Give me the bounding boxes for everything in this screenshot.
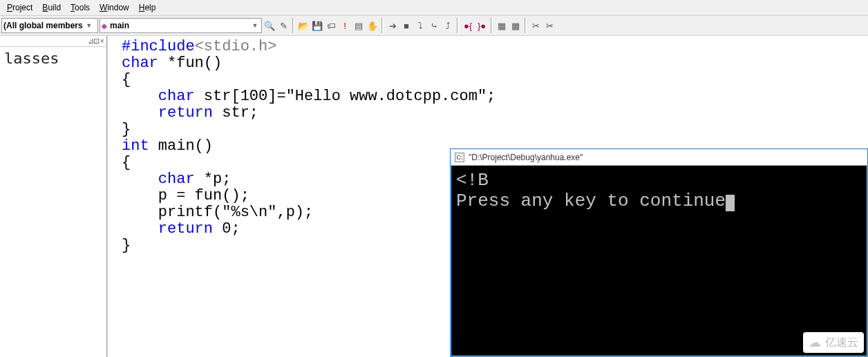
tool-icon[interactable]: ✂ (543, 19, 556, 32)
diamond-icon: ◆ (102, 22, 107, 30)
search-icon[interactable]: 🔍 (263, 19, 276, 32)
chevron-down-icon: ▼ (84, 22, 94, 29)
scope-combo-label: (All global members (3, 21, 83, 30)
toolbar: (All global members ▼ ◆ main ▼ 🔍 ✎ 📂 💾 🏷… (0, 15, 868, 36)
hand-icon[interactable]: ✋ (366, 19, 379, 32)
step-into-icon[interactable]: ⤷ (428, 19, 440, 32)
save-icon[interactable]: 💾 (311, 19, 323, 32)
grid-icon[interactable]: ▦ (496, 19, 508, 32)
menu-project[interactable]: Project (3, 1, 37, 14)
cloud-icon: ☁ (809, 335, 821, 350)
chevron-down-icon: ▼ (250, 22, 260, 29)
watermark-text: 亿速云 (825, 336, 858, 350)
separator (381, 18, 384, 33)
separator (491, 18, 493, 33)
step-over-icon[interactable]: ⤵ (414, 19, 426, 32)
sidebar-title: lasses (0, 47, 106, 70)
separator (457, 18, 459, 33)
step-out-icon[interactable]: ⤴ (442, 19, 454, 32)
open-icon[interactable]: 📂 (297, 19, 310, 32)
sidebar-controls[interactable]: ⊿⊡ × (0, 36, 106, 47)
function-combo[interactable]: ◆ main ▼ (100, 18, 262, 33)
separator (292, 18, 294, 33)
menu-bar: Project Build Tools Window Help (0, 0, 868, 15)
breakpoint-icon[interactable]: ●{ (462, 19, 474, 32)
separator (525, 18, 527, 33)
c-program-icon: C: (455, 153, 464, 162)
scope-combo[interactable]: (All global members ▼ (1, 18, 98, 33)
menu-help[interactable]: Help (135, 1, 160, 14)
console-output: <!B Press any key to continue (451, 166, 867, 215)
menu-tools[interactable]: Tools (66, 1, 94, 14)
tool-icon[interactable]: ✂ (529, 19, 542, 32)
console-titlebar[interactable]: C: "D:\Project\Debug\yanhua.exe" (451, 149, 867, 166)
watermark: ☁ 亿速云 (803, 332, 864, 353)
grid-icon[interactable]: ▦ (509, 19, 522, 32)
function-combo-label: main (110, 21, 129, 30)
cursor-icon (726, 195, 735, 211)
excl-icon[interactable]: ! (339, 19, 351, 32)
sheet-icon[interactable]: ▤ (352, 19, 365, 32)
console-window: C: "D:\Project\Debug\yanhua.exe" <!B Pre… (450, 148, 868, 357)
wand-icon[interactable]: ✎ (277, 19, 290, 32)
console-title: "D:\Project\Debug\yanhua.exe" (469, 153, 583, 162)
menu-window[interactable]: Window (95, 1, 133, 14)
class-view-sidebar: ⊿⊡ × lasses (0, 36, 107, 357)
breakpoint-icon[interactable]: }● (475, 19, 488, 32)
tag-icon[interactable]: 🏷 (325, 19, 337, 32)
menu-build[interactable]: Build (38, 1, 65, 14)
stop-icon[interactable]: ■ (400, 19, 413, 32)
run-icon[interactable]: ➔ (386, 19, 399, 32)
